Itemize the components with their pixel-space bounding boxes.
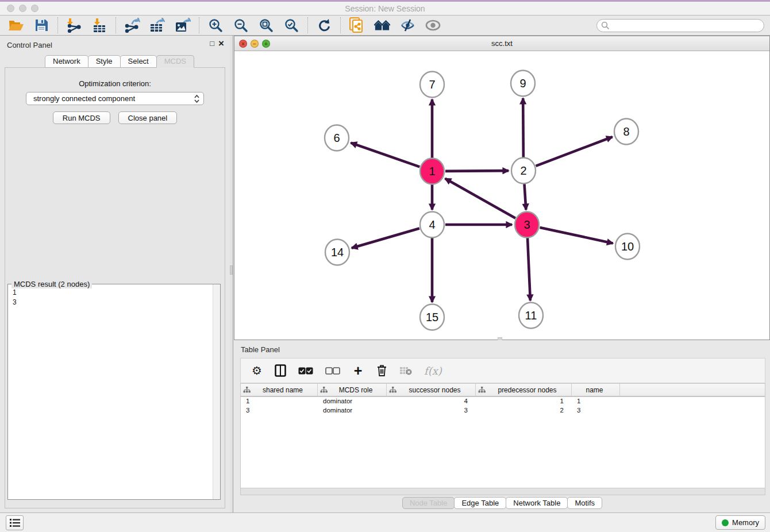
graph-edge-2-8[interactable] [536, 137, 613, 166]
column-header-shared-name[interactable]: shared name [241, 384, 318, 396]
open-folder-icon[interactable] [8, 17, 24, 33]
table-cell[interactable]: dominator [318, 397, 387, 406]
graph-edge-3-11[interactable] [528, 238, 530, 300]
column-header-MCDS-role[interactable]: MCDS role [318, 384, 387, 396]
graph-node-2[interactable]: 2 [511, 158, 536, 184]
table-cell[interactable]: 4 [387, 397, 476, 406]
graph-edge-3-10[interactable] [540, 228, 613, 244]
optimization-label: Optimization criterion: [5, 79, 225, 88]
delete-column-icon[interactable] [376, 365, 387, 376]
table-cell[interactable]: 3 [387, 406, 476, 415]
tab-network[interactable]: Network [45, 55, 88, 68]
tab-select[interactable]: Select [120, 55, 157, 68]
search-icon [601, 21, 610, 30]
select-stepper-icon [194, 94, 200, 106]
svg-text:1: 1 [429, 165, 435, 178]
graph-node-1[interactable]: 1 [420, 159, 444, 184]
show-panel-icon[interactable] [425, 17, 441, 33]
tab-network-table[interactable]: Network Table [506, 497, 568, 509]
table-panel-title: Table Panel [241, 345, 280, 354]
close-panel-button[interactable]: Close panel [118, 111, 178, 124]
graph-edge-3-1[interactable] [445, 179, 515, 218]
birdseye-view-icon[interactable] [374, 17, 390, 33]
table-toolbar: ⚙ + f [240, 358, 765, 383]
graph-node-10[interactable]: 10 [615, 234, 640, 260]
run-mcds-button[interactable]: Run MCDS [53, 111, 110, 124]
network-frame-titlebar[interactable]: × − + scc.txt [234, 36, 769, 51]
hide-panel-icon[interactable] [399, 17, 415, 33]
graph-node-15[interactable]: 15 [420, 304, 444, 330]
tab-mcds[interactable]: MCDS [156, 55, 194, 68]
graph-edge-4-14[interactable] [352, 228, 419, 248]
table-cell[interactable]: 3 [572, 406, 620, 415]
export-table-icon[interactable] [149, 17, 165, 33]
column-header-successor-nodes[interactable]: successor nodes [387, 384, 476, 396]
import-network-icon[interactable] [66, 17, 82, 33]
graph-edge-1-6[interactable] [351, 143, 420, 167]
table-header-row: shared nameMCDS rolesuccessor nodesprede… [241, 384, 765, 397]
graph-node-9[interactable]: 9 [511, 71, 535, 97]
graph-node-3[interactable]: 3 [515, 212, 539, 238]
tab-motifs[interactable]: Motifs [567, 497, 602, 509]
zoom-out-icon[interactable] [233, 17, 249, 33]
graph-edge-2-3[interactable] [524, 184, 526, 210]
zoom-in-icon[interactable] [207, 17, 224, 33]
zoom-fit-icon[interactable] [258, 17, 274, 33]
optimization-select[interactable]: strongly connected component [26, 92, 204, 105]
mcds-result-list: 13 [8, 285, 220, 307]
column-header-name[interactable]: name [572, 384, 620, 396]
result-scrollbar[interactable] [213, 284, 220, 499]
tab-style[interactable]: Style [88, 55, 121, 68]
table-cell[interactable]: dominator [318, 406, 387, 415]
main-toolbar [0, 16, 770, 36]
close-panel-icon[interactable]: × [218, 40, 224, 48]
tab-node-table[interactable]: Node Table [402, 497, 455, 509]
svg-text:11: 11 [525, 309, 537, 322]
splitter-grip[interactable] [230, 265, 233, 275]
add-column-icon[interactable]: + [352, 365, 364, 376]
table-cell[interactable]: 1 [241, 397, 318, 406]
optimization-select-value: strongly connected component [33, 94, 135, 103]
graph-node-4[interactable]: 4 [420, 212, 444, 238]
table-cell[interactable]: 3 [241, 406, 318, 415]
table-cell[interactable]: 1 [476, 397, 572, 406]
svg-text:15: 15 [426, 311, 438, 323]
save-icon[interactable] [33, 17, 49, 33]
graph-node-6[interactable]: 6 [325, 125, 349, 151]
import-table-icon[interactable] [91, 17, 107, 33]
table-row[interactable]: 1dominator411 [241, 397, 765, 406]
export-network-icon[interactable] [124, 17, 140, 33]
task-history-button[interactable] [6, 515, 24, 530]
graph-node-14[interactable]: 14 [325, 240, 349, 265]
tab-edge-table[interactable]: Edge Table [454, 497, 506, 509]
zoom-selected-icon[interactable] [283, 17, 299, 33]
apply-layout-icon[interactable] [316, 17, 332, 33]
vertical-splitter[interactable] [230, 36, 233, 512]
float-panel-icon[interactable]: □ [210, 40, 214, 48]
column-header-predecessor-nodes[interactable]: predecessor nodes [476, 384, 572, 396]
network-canvas[interactable]: 7968124314101511 [234, 51, 769, 340]
application-window: Session: New Session [0, 0, 770, 532]
table-settings-icon[interactable]: ⚙ [251, 365, 263, 376]
window-titlebar: Session: New Session [0, 0, 770, 16]
memory-button[interactable]: Memory [715, 515, 765, 530]
graph-node-8[interactable]: 8 [614, 119, 638, 145]
table-row[interactable]: 3dominator323 [241, 406, 765, 415]
export-image-icon[interactable] [175, 17, 191, 33]
graph-node-11[interactable]: 11 [519, 303, 543, 329]
search-box[interactable] [596, 19, 764, 32]
search-input[interactable] [610, 21, 764, 31]
table-cell[interactable]: 1 [572, 397, 620, 406]
table-scrollbar-track[interactable] [240, 488, 765, 495]
show-columns-icon[interactable] [275, 364, 286, 377]
delete-table-icon [399, 366, 412, 375]
table-cell[interactable]: 2 [476, 406, 572, 415]
graph-edge-2-9[interactable] [523, 98, 523, 157]
graph-node-7[interactable]: 7 [420, 72, 444, 98]
network-overview-icon[interactable] [349, 17, 365, 33]
mcds-result-item: 3 [13, 298, 220, 307]
select-all-columns-icon[interactable] [298, 367, 313, 375]
unselect-all-columns-icon[interactable] [325, 367, 340, 375]
graph-edge-1-2[interactable] [445, 171, 509, 171]
mcds-result-box: MCDS result (2 nodes) 13 [7, 284, 221, 500]
